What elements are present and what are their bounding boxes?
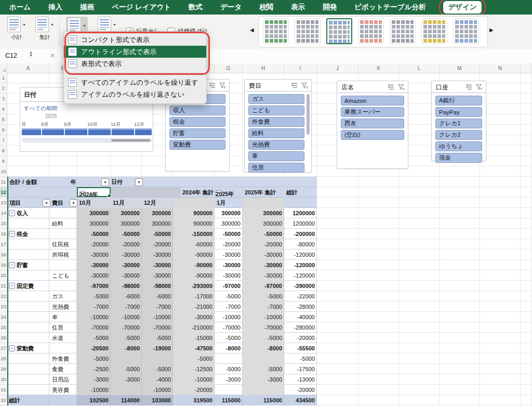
pivot-value-cell[interactable]: -2500 xyxy=(77,364,111,374)
pivot-value-cell[interactable]: -30000 xyxy=(77,270,111,281)
pivot-value-cell[interactable]: 434500 xyxy=(284,395,317,405)
row-header-28[interactable]: 28 xyxy=(0,353,7,364)
row-header-14[interactable]: 14 xyxy=(0,208,7,218)
pivot-value-cell[interactable]: -7000 xyxy=(142,302,173,312)
clear-filter-icon[interactable] xyxy=(476,83,483,93)
pivot-value-cell[interactable]: -200000 xyxy=(284,229,317,239)
pivot-value-cell[interactable]: -30000 xyxy=(142,260,173,270)
pivot-label-cell[interactable] xyxy=(7,302,49,312)
menu-item[interactable]: 表形式で表示 xyxy=(64,58,206,70)
pivot-value-cell[interactable]: -30000 xyxy=(77,260,111,270)
pivot-value-cell[interactable]: -17000 xyxy=(173,291,215,302)
chevron-down-icon[interactable]: ▼ xyxy=(22,23,26,27)
pivot-value-cell[interactable]: -80000 xyxy=(284,239,317,250)
row-header-11[interactable]: 11 xyxy=(0,177,7,187)
pivot-value-cell[interactable]: 300000 xyxy=(215,218,243,229)
row-header-15[interactable]: 15 xyxy=(0,218,7,229)
column-header-I[interactable]: I xyxy=(284,63,317,73)
pivot-value-cell[interactable]: -50000 xyxy=(142,229,173,239)
row-header-1[interactable]: 1 xyxy=(0,73,7,83)
pivot-value-cell[interactable]: -22000 xyxy=(284,291,317,302)
pivot-label-cell[interactable] xyxy=(7,333,49,343)
pivot-value-cell[interactable]: -5000 xyxy=(243,333,284,343)
row-header-18[interactable]: 18 xyxy=(0,250,7,260)
column-header-A[interactable]: A xyxy=(7,63,49,73)
tab-表示[interactable]: 表示 xyxy=(291,3,305,12)
pivot-value-cell[interactable]: -10000 xyxy=(142,312,173,322)
pivot-table[interactable]: 合計 / 金額 年 ▼ 日付 ▼ −2024年 2024年 集計 −2025年 … xyxy=(7,177,317,405)
slicer-scrollbar[interactable] xyxy=(307,94,310,135)
pivot-data-row[interactable]: 食費-2500-5000-5000-12500-5000-5000-17500 xyxy=(7,364,317,374)
pivot-value-cell[interactable]: 115000 xyxy=(215,395,243,405)
slicer-item[interactable]: 給料 xyxy=(248,128,304,138)
pivot-label-cell[interactable] xyxy=(7,218,49,229)
menu-item[interactable]: すべてのアイテムのラベルを繰り返す xyxy=(64,76,206,88)
tab-数式[interactable]: 数式 xyxy=(189,3,203,12)
pivot-data-row[interactable]: −変動費-20500-8000-19000-47500-8000-8000-55… xyxy=(7,343,317,353)
pivot-label-cell[interactable] xyxy=(7,312,49,322)
pivot-label-cell[interactable] xyxy=(7,374,49,385)
pivot-value-cell[interactable]: -10000 xyxy=(215,312,243,322)
pivot-value-cell[interactable]: -10000 xyxy=(77,312,111,322)
pivot-label-cell[interactable]: 車 xyxy=(49,312,77,322)
pivot-data-row[interactable]: −固定費-97000-98000-98000-293000-97000-9700… xyxy=(7,281,317,291)
multi-select-icon[interactable] xyxy=(388,83,394,93)
pivot-data-row[interactable]: 光熱費-7000-7000-7000-21000-7000-7000-28000 xyxy=(7,302,317,312)
pivot-value-cell[interactable]: 102500 xyxy=(77,395,111,405)
column-header-L[interactable]: L xyxy=(399,63,440,73)
pivot-value-cell[interactable]: -30000 xyxy=(142,270,173,281)
pivot-value-cell[interactable] xyxy=(243,353,284,364)
pivot-value-cell[interactable]: -20000 xyxy=(215,239,243,250)
pivot-label-cell[interactable] xyxy=(7,385,49,395)
pivot-data-row[interactable]: 住民税-20000-20000-20000-60000-20000-20000-… xyxy=(7,239,317,250)
pivot-label-cell[interactable]: −変動費 xyxy=(7,343,49,353)
pivot-label-cell[interactable]: 所得税 xyxy=(49,250,77,260)
pivot-value-cell[interactable]: -30000 xyxy=(215,270,243,281)
pivot-value-cell[interactable]: -8000 xyxy=(111,343,142,353)
pivot-value-cell[interactable]: -70000 xyxy=(243,322,284,333)
pivot-value-cell[interactable]: -97000 xyxy=(243,281,284,291)
pivot-label-cell[interactable]: −固定費 xyxy=(7,281,49,291)
year-field-dropdown[interactable]: ▼ xyxy=(101,178,109,186)
row-header-20[interactable]: 20 xyxy=(0,270,7,281)
pivot-data-row[interactable]: 住居-70000-70000-70000-210000-70000-70000-… xyxy=(7,322,317,333)
collapse-icon[interactable]: − xyxy=(9,231,15,237)
collapse-icon[interactable]: − xyxy=(9,262,15,268)
pivot-value-cell[interactable]: -30000 xyxy=(111,270,142,281)
pivot-label-cell[interactable]: 食費 xyxy=(49,364,77,374)
pivot-data-row[interactable]: −貯蓄-30000-30000-30000-90000-30000-30000-… xyxy=(7,260,317,270)
row-header-4[interactable]: 4 xyxy=(0,104,7,114)
pivot-label-cell[interactable]: 美容費 xyxy=(49,385,77,395)
pivot-value-cell[interactable]: -7000 xyxy=(111,302,142,312)
pivot-value-cell[interactable]: -70000 xyxy=(111,322,142,333)
slicer-item[interactable]: クレカ1 xyxy=(435,119,482,128)
pivot-value-cell[interactable]: -70000 xyxy=(215,322,243,333)
name-box-stepper[interactable]: ▲▼ xyxy=(29,51,33,57)
gallery-right-arrow[interactable]: ▶ xyxy=(489,27,494,33)
pivot-value-cell[interactable]: -30000 xyxy=(243,250,284,260)
row-header-25[interactable]: 25 xyxy=(0,322,7,333)
slicer-himoku[interactable]: 費目ガスこども外食費給料光熱費車住居 xyxy=(244,79,312,173)
select-all-corner[interactable] xyxy=(0,63,7,73)
style-red[interactable] xyxy=(358,18,384,44)
name-box[interactable]: C12 xyxy=(5,52,17,59)
row-header-29[interactable]: 29 xyxy=(0,364,7,374)
pivot-value-cell[interactable]: -20000 xyxy=(142,239,173,250)
column-header-J[interactable]: J xyxy=(317,63,358,73)
row-header-21[interactable]: 21 xyxy=(0,281,7,291)
row-header-30[interactable]: 30 xyxy=(0,374,7,385)
row-header-13[interactable]: 13 xyxy=(0,198,7,208)
slicer-item[interactable]: Amazon xyxy=(341,96,404,106)
row-header-24[interactable]: 24 xyxy=(0,312,7,322)
pivot-value-cell[interactable]: -20000 xyxy=(111,239,142,250)
slicer-item[interactable]: ゆうちょ xyxy=(435,141,482,151)
slicer-account[interactable]: 口座A銀行PayPayクレカ1クレカ2ゆうちょ現金 xyxy=(431,81,486,161)
pivot-value-cell[interactable]: 300000 xyxy=(243,208,284,218)
pivot-value-cell[interactable]: -20000 xyxy=(173,385,215,395)
row-header-5[interactable]: 5 xyxy=(0,114,7,125)
pivot-value-cell[interactable]: -30000 xyxy=(142,250,173,260)
pivot-label-cell[interactable]: −税金 xyxy=(7,229,49,239)
pivot-value-cell[interactable]: -5000 xyxy=(215,291,243,302)
blank-rows-button[interactable]: ▼ xyxy=(94,17,121,32)
clear-filter-icon[interactable] xyxy=(301,82,308,91)
